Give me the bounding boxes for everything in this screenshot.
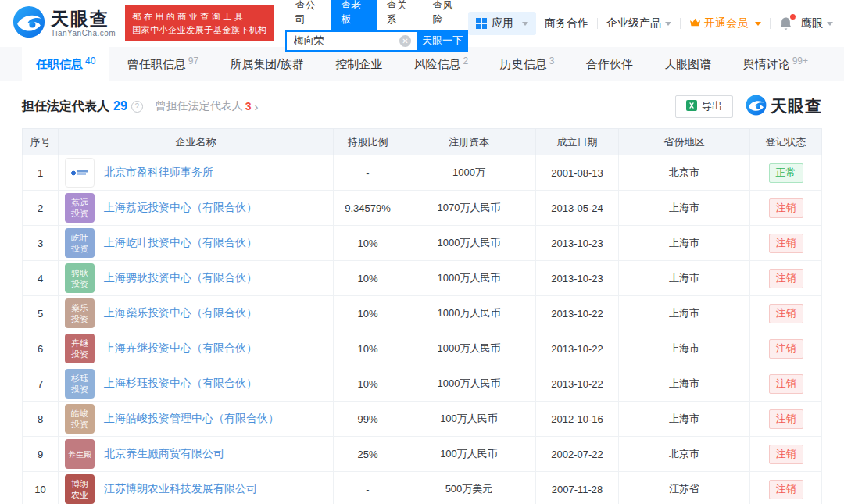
search-input[interactable] — [285, 30, 417, 52]
company-name-cell: 骋耿 投资 上海骋耿投资中心（有限合伙） — [59, 261, 334, 296]
search-tab-3[interactable]: 查风险 — [422, 0, 468, 30]
main-tab-4[interactable]: 风险信息2 — [400, 47, 483, 81]
company-name-link[interactable]: 北京市盈科律师事务所 — [104, 166, 213, 180]
tianyancha-logo[interactable]: 天眼查 TianYanCha.com — [13, 5, 116, 41]
company-name-link[interactable]: 上海骋耿投资中心（有限合伙） — [104, 271, 257, 285]
logo-line1: 养生殿 — [68, 449, 91, 459]
region-cell: 江苏省 — [619, 472, 750, 504]
company-name-cell: 北京市盈科律师事务所 — [59, 155, 334, 191]
chevron-down-icon — [755, 22, 761, 26]
column-header: 成立日期 — [536, 129, 619, 155]
status-badge: 注销 — [769, 198, 803, 218]
eagle-eye-link[interactable]: 鹰眼 — [801, 16, 833, 30]
search-tab-1[interactable]: 查老板 — [331, 0, 377, 30]
company-logo: 杉珏 投资 — [65, 369, 95, 399]
region-cell: 上海市 — [619, 191, 750, 226]
logo-line2: 投资 — [71, 384, 88, 395]
company-logo — [65, 158, 95, 188]
company-name-link[interactable]: 上海卉继投资中心（有限合伙） — [104, 341, 257, 356]
logo-title: 天眼查 — [51, 9, 109, 29]
table-row: 9 养生殿 北京养生殿商贸有限公司 25% 100万人民币 2002-07-22… — [23, 437, 822, 472]
enterprise-products-link[interactable]: 企业级产品 — [606, 16, 671, 30]
logo-line2: 投资 — [71, 208, 88, 219]
table-row: 4 骋耿 投资 上海骋耿投资中心（有限合伙） 10% 1000万人民币 2013… — [23, 261, 822, 296]
company-name-link[interactable]: 上海荔远投资中心（有限合伙） — [104, 201, 257, 215]
logo-line1: 骋耿 — [71, 267, 88, 278]
main-tab-8[interactable]: 舆情讨论99+ — [729, 47, 822, 81]
status-cell: 注销 — [750, 296, 822, 331]
vip-link[interactable]: 开通会员 — [689, 16, 761, 30]
page: 天眼查 TianYanCha.com 都在用的商业查询工具 国家中小企业发展子基… — [0, 0, 844, 504]
company-name-link[interactable]: 北京养生殿商贸有限公司 — [104, 447, 224, 461]
date-cell: 2007-11-28 — [536, 472, 619, 504]
company-name-link[interactable]: 上海燊乐投资中心（有限合伙） — [104, 306, 257, 320]
main-tab-5[interactable]: 历史信息3 — [486, 47, 569, 81]
export-button[interactable]: 导出 — [675, 95, 733, 118]
section-count: 29 — [113, 99, 127, 113]
capital-cell: 100万人民币 — [402, 437, 536, 472]
chevron-down-icon — [522, 22, 528, 26]
ratio-cell: 10% — [334, 366, 402, 402]
logo-line1: 博朗 — [71, 478, 88, 489]
capital-cell: 1000万人民币 — [402, 261, 536, 296]
former-legal-rep-count: 3 — [245, 100, 252, 113]
apps-button[interactable]: 应用 — [468, 12, 536, 35]
divider — [680, 18, 681, 29]
ratio-cell: 25% — [334, 437, 402, 472]
region-cell: 上海市 — [619, 366, 750, 402]
topbar: 天眼查 TianYanCha.com 都在用的商业查询工具 国家中小企业发展子基… — [0, 0, 844, 47]
former-legal-rep-link[interactable]: 曾担任法定代表人 3 › — [156, 99, 259, 113]
chevron-down-icon — [827, 22, 833, 26]
tab-count: 99+ — [792, 55, 808, 66]
main-tab-3[interactable]: 控制企业 — [321, 47, 396, 81]
status-badge: 注销 — [769, 480, 803, 499]
table-row: 2 荔远 投资 上海荔远投资中心（有限合伙） 9.34579% 1070万人民币… — [23, 191, 822, 226]
tianyancha-watermark-icon — [746, 95, 767, 119]
company-logo: 屹叶 投资 — [65, 228, 95, 258]
main-tab-2[interactable]: 所属集团/族群 — [216, 47, 318, 81]
table-header-row: 序号企业名称持股比例注册资本成立日期省份地区登记状态 — [23, 129, 822, 155]
promo-line1: 都在用的商业查询工具 — [132, 10, 267, 23]
search-tabs: 查公司查老板查关系查风险 — [285, 0, 468, 30]
column-header: 序号 — [23, 129, 59, 155]
date-cell: 2001-08-13 — [536, 155, 619, 191]
region-cell: 上海市 — [619, 331, 750, 366]
search-area: 查公司查老板查关系查风险 ✕ 天眼一下 — [285, 0, 468, 52]
company-logo: 博朗 农业 — [65, 474, 95, 504]
logo-line2: 投资 — [71, 313, 88, 324]
search-tab-0[interactable]: 查公司 — [285, 0, 331, 30]
region-cell: 北京市 — [619, 437, 750, 472]
ratio-cell: 10% — [334, 226, 402, 261]
main-tab-6[interactable]: 合作伙伴 — [572, 47, 647, 81]
company-name-link[interactable]: 上海杉珏投资中心（有限合伙） — [104, 377, 257, 391]
main-tab-0[interactable]: 任职信息40 — [22, 47, 109, 81]
search-tab-2[interactable]: 查关系 — [377, 0, 423, 30]
column-header: 注册资本 — [402, 129, 536, 155]
ratio-cell: 9.34579% — [334, 191, 402, 226]
ratio-cell: - — [334, 472, 402, 504]
status-badge: 正常 — [769, 163, 803, 183]
date-cell: 2013-10-23 — [536, 226, 619, 261]
logo-line2: 投资 — [71, 278, 88, 289]
watermark-text: 天眼查 — [771, 95, 822, 117]
company-name-link[interactable]: 上海皓峻投资管理中心（有限合伙） — [104, 412, 279, 426]
clear-icon[interactable]: ✕ — [399, 35, 411, 47]
notification-bell-icon[interactable] — [779, 16, 792, 31]
capital-cell: 1000万人民币 — [402, 226, 536, 261]
business-coop-link[interactable]: 商务合作 — [545, 16, 588, 30]
watermark-logo: 天眼查 — [746, 95, 822, 119]
row-index: 9 — [23, 437, 59, 472]
main-tab-7[interactable]: 天眼图谱 — [650, 47, 725, 81]
company-name-link[interactable]: 江苏博朗农业科技发展有限公司 — [104, 482, 257, 496]
logo-line2: 农业 — [71, 489, 88, 500]
promo-line2: 国家中小企业发展子基金旗下机构 — [132, 23, 267, 37]
capital-cell: 1000万人民币 — [402, 296, 536, 331]
help-icon[interactable]: ? — [131, 101, 143, 113]
main-tab-1[interactable]: 曾任职信息97 — [113, 47, 213, 81]
column-header: 企业名称 — [59, 129, 334, 155]
status-cell: 注销 — [750, 437, 822, 472]
company-name-link[interactable]: 上海屹叶投资中心（有限合伙） — [104, 236, 257, 250]
company-logo: 燊乐 投资 — [65, 298, 95, 328]
region-cell: 上海市 — [619, 261, 750, 296]
logo-line1: 屹叶 — [71, 232, 88, 243]
